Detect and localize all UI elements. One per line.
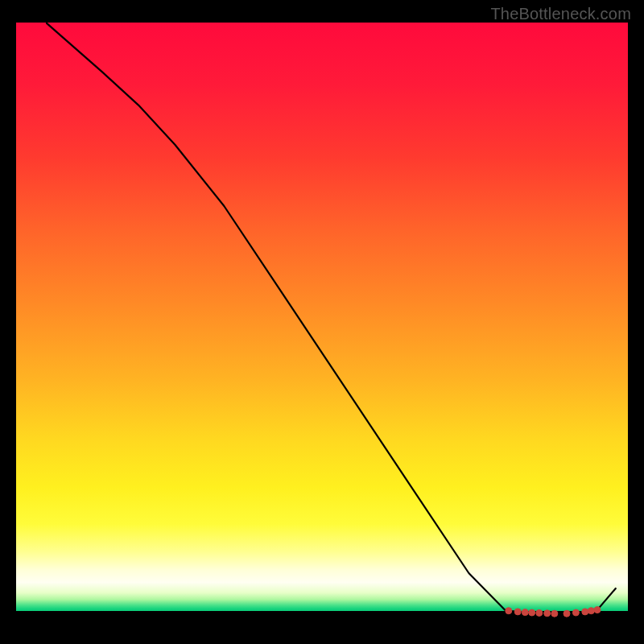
marker-cluster [506,607,601,617]
marker-point [572,609,579,616]
marker-point [536,609,543,616]
plot-area [16,23,628,634]
marker-point [582,609,588,615]
marker-point [564,610,570,617]
plot-frame [16,23,628,634]
watermark-text: TheBottleneck.com [490,5,631,23]
series-curve [47,23,616,613]
marker-point [522,609,528,616]
marker-point [551,610,558,617]
marker-point [529,609,535,616]
marker-point [594,607,601,613]
chart-svg [16,23,628,634]
marker-point [506,608,512,614]
marker-point [544,610,551,617]
marker-point [588,608,594,614]
marker-point [514,609,521,615]
